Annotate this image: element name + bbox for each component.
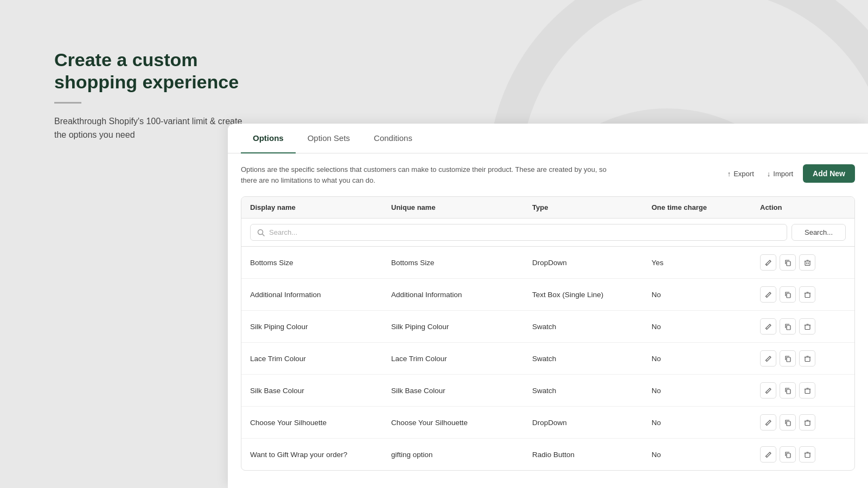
col-header-action: Action	[760, 203, 825, 211]
svg-rect-2	[787, 261, 790, 266]
cell-display-name: Choose Your Silhouette	[250, 419, 391, 427]
copy-icon	[784, 291, 792, 298]
cell-unique-name: Additional Information	[391, 291, 532, 299]
delete-button[interactable]	[799, 446, 815, 463]
trash-icon	[804, 419, 811, 426]
delete-button[interactable]	[799, 382, 815, 399]
action-toolbar: ↑ Export ↓ Import Add New	[724, 164, 855, 183]
edit-button[interactable]	[760, 446, 776, 463]
delete-button[interactable]	[799, 254, 815, 271]
copy-button[interactable]	[780, 254, 796, 271]
table-row: Choose Your Silhouette Choose Your Silho…	[241, 407, 854, 439]
delete-button[interactable]	[799, 286, 815, 303]
cell-display-name: Additional Information	[250, 291, 391, 299]
copy-button[interactable]	[780, 350, 796, 367]
copy-button[interactable]	[780, 446, 796, 463]
cell-unique-name: Choose Your Silhouette	[391, 419, 532, 427]
edit-icon	[765, 323, 772, 330]
delete-button[interactable]	[799, 318, 815, 335]
delete-button[interactable]	[799, 414, 815, 431]
main-panel: Options Option Sets Conditions Options a…	[228, 124, 868, 488]
cell-display-name: Silk Base Colour	[250, 387, 391, 395]
edit-icon	[765, 259, 772, 266]
edit-icon	[765, 387, 772, 394]
cell-unique-name: Lace Trim Colour	[391, 355, 532, 363]
cell-unique-name: Silk Piping Colour	[391, 323, 532, 331]
edit-button[interactable]	[760, 382, 776, 399]
tab-option-sets[interactable]: Option Sets	[296, 124, 362, 153]
cell-actions	[760, 350, 825, 367]
title-divider	[54, 102, 81, 104]
edit-button[interactable]	[760, 350, 776, 367]
svg-rect-3	[805, 261, 810, 265]
copy-button[interactable]	[780, 318, 796, 335]
import-button[interactable]: ↓ Import	[764, 168, 796, 180]
copy-icon	[784, 323, 792, 330]
cell-one-time-charge: No	[652, 419, 760, 427]
cell-type: Text Box (Single Line)	[532, 291, 652, 299]
tab-bar: Options Option Sets Conditions	[228, 124, 868, 153]
cell-actions	[760, 382, 825, 399]
table-row: Bottoms Size Bottoms Size DropDown Yes	[241, 247, 854, 279]
copy-icon	[784, 387, 792, 394]
search-icon	[257, 229, 265, 236]
cell-display-name: Want to Gift Wrap your order?	[250, 451, 391, 459]
search-input[interactable]	[269, 228, 780, 236]
cell-one-time-charge: No	[652, 355, 760, 363]
tab-options[interactable]: Options	[241, 124, 296, 153]
cell-actions	[760, 446, 825, 463]
svg-line-1	[263, 234, 265, 236]
export-icon: ↑	[727, 170, 731, 178]
table-row: Lace Trim Colour Lace Trim Colour Swatch…	[241, 343, 854, 375]
svg-rect-10	[787, 389, 790, 394]
search-input-wrap	[250, 224, 787, 241]
cell-one-time-charge: No	[652, 387, 760, 395]
page-subtitle: Breakthrough Shopify's 100-variant limit…	[54, 114, 244, 142]
edit-button[interactable]	[760, 254, 776, 271]
copy-button[interactable]	[780, 382, 796, 399]
edit-button[interactable]	[760, 318, 776, 335]
svg-rect-14	[787, 453, 790, 458]
table-row: Want to Gift Wrap your order? gifting op…	[241, 439, 854, 470]
trash-icon	[804, 323, 811, 330]
search-button[interactable]: Search...	[792, 224, 846, 241]
cell-actions	[760, 254, 825, 271]
cell-one-time-charge: No	[652, 291, 760, 299]
import-icon: ↓	[767, 170, 771, 178]
copy-icon	[784, 259, 792, 266]
svg-rect-4	[787, 293, 790, 298]
cell-unique-name: Silk Base Colour	[391, 387, 532, 395]
table-header: Display name Unique name Type One time c…	[241, 197, 854, 219]
col-header-display-name: Display name	[250, 203, 391, 211]
cell-type: DropDown	[532, 259, 652, 267]
page-title: Create a custom shopping experience	[54, 49, 244, 93]
edit-icon	[765, 291, 772, 298]
add-new-button[interactable]: Add New	[803, 164, 855, 183]
tab-conditions[interactable]: Conditions	[362, 124, 424, 153]
copy-button[interactable]	[780, 286, 796, 303]
edit-button[interactable]	[760, 414, 776, 431]
cell-unique-name: gifting option	[391, 451, 532, 459]
cell-display-name: Lace Trim Colour	[250, 355, 391, 363]
content-area: Options are the specific selections that…	[228, 153, 868, 481]
cell-actions	[760, 414, 825, 431]
cell-display-name: Silk Piping Colour	[250, 323, 391, 331]
trash-icon	[804, 355, 811, 362]
desc-toolbar: Options are the specific selections that…	[241, 164, 855, 185]
delete-button[interactable]	[799, 350, 815, 367]
cell-display-name: Bottoms Size	[250, 259, 391, 267]
copy-button[interactable]	[780, 414, 796, 431]
cell-actions	[760, 286, 825, 303]
trash-icon	[804, 451, 811, 458]
edit-icon	[765, 355, 772, 362]
search-row: Search...	[241, 219, 854, 247]
edit-icon	[765, 419, 772, 426]
export-button[interactable]: ↑ Export	[724, 168, 757, 180]
cell-one-time-charge: Yes	[652, 259, 760, 267]
table-row: Silk Piping Colour Silk Piping Colour Sw…	[241, 311, 854, 343]
edit-button[interactable]	[760, 286, 776, 303]
svg-rect-5	[805, 293, 810, 297]
cell-type: DropDown	[532, 419, 652, 427]
col-header-one-time-charge: One time charge	[652, 203, 760, 211]
cell-actions	[760, 318, 825, 335]
